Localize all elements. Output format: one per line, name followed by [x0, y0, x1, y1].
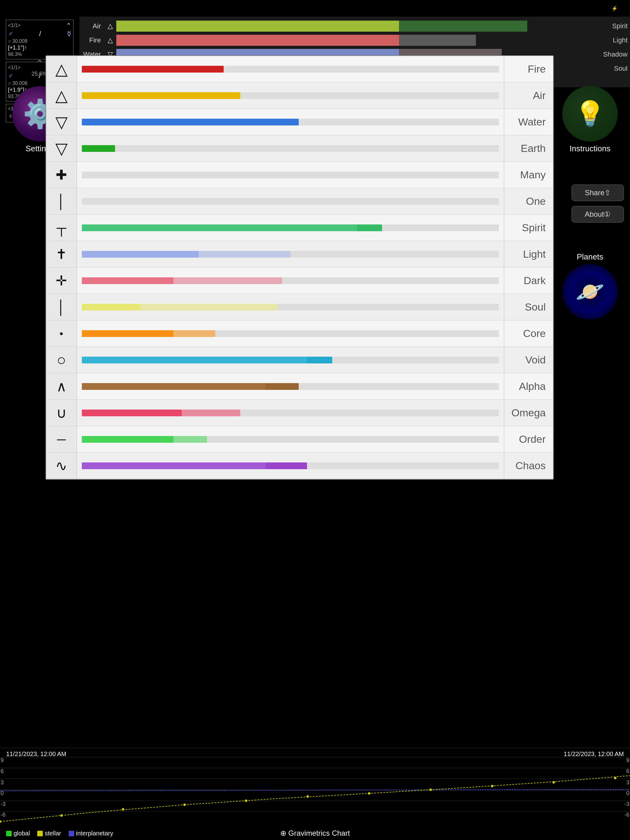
interplanetary-color — [69, 831, 74, 836]
element-row-omega: ∪ Omega — [46, 400, 553, 426]
element-row-one: │ One — [46, 188, 553, 215]
dark-symbol: ✛ — [56, 274, 67, 287]
alpha-name: Alpha — [519, 381, 546, 392]
svg-point-7 — [60, 814, 63, 816]
element-row-core: • Core — [46, 321, 553, 347]
core-symbol: • — [60, 328, 63, 339]
element-row-void: ○ Void — [46, 347, 553, 373]
instructions-label: Instructions — [570, 144, 611, 153]
water-name: Water — [518, 116, 546, 128]
void-symbol: ○ — [57, 352, 66, 368]
planets-label: Planets — [577, 252, 603, 262]
svg-point-6 — [0, 820, 1, 823]
chart-canvas — [0, 748, 630, 828]
chart-legend: global stellar interplanetary — [6, 830, 113, 837]
legend-global: global — [6, 830, 30, 837]
chaos-symbol: ∿ — [55, 459, 67, 473]
alpha-symbol: ∧ — [56, 379, 67, 393]
soul-symbol: │ — [57, 300, 66, 314]
svg-point-8 — [122, 808, 124, 810]
stellar-color — [37, 831, 43, 836]
light-symbol: ✝ — [56, 248, 67, 261]
gravimetrics-svg — [0, 748, 630, 828]
chaos-name: Chaos — [516, 459, 546, 472]
status-bar: 10:24 PM Sat Apr 13 ••• 100% ⚡ — [0, 0, 630, 17]
air-name: Air — [533, 90, 546, 101]
fire-symbol: △ — [55, 61, 68, 77]
earth-name: Earth — [521, 142, 546, 154]
svg-point-11 — [306, 795, 309, 797]
many-name: Many — [520, 169, 546, 181]
void-name: Void — [526, 354, 546, 366]
about-button[interactable]: About① — [571, 206, 624, 223]
element-row-air: △ Air — [46, 82, 553, 109]
instructions-area[interactable]: 💡 Instructions — [556, 86, 624, 153]
element-row-alpha: ∧ Alpha — [46, 373, 553, 400]
battery: 100% ⚡ — [598, 6, 618, 11]
chart-title: ⊕ Gravimetrics Chart — [280, 829, 350, 838]
instructions-icon[interactable]: 💡 — [562, 86, 618, 141]
svg-point-14 — [491, 785, 494, 788]
planets-icon[interactable]: 🪐 — [562, 264, 618, 319]
left-section-1: <1/1> ⌃ ♂ / ☿ ○ 30.008 [+1.1°]↑ 96.3% — [6, 20, 73, 59]
element-row-fire: △ Fire — [46, 56, 553, 82]
fire-name: Fire — [527, 63, 546, 75]
water-symbol: ▽ — [55, 114, 68, 130]
light-name: Light — [523, 248, 546, 260]
air-symbol: △ — [55, 88, 68, 104]
element-row-chaos: ∿ Chaos — [46, 453, 553, 479]
order-name: Order — [519, 433, 546, 445]
omega-symbol: ∪ — [56, 406, 67, 420]
element-row-order: ─ Order — [46, 426, 553, 453]
main-element-panel: △ Fire △ Air ▽ — [46, 55, 554, 480]
legend-stellar: stellar — [37, 830, 61, 837]
svg-point-13 — [429, 788, 432, 791]
soul-name: Soul — [525, 301, 546, 313]
element-row-soul: │ Soul — [46, 294, 553, 321]
scroll-indicator: ⌃ 25.6% — [33, 55, 46, 80]
order-symbol: ─ — [57, 433, 65, 445]
element-row-light: ✝ Light — [46, 241, 553, 267]
chart-row-air: Air △ Spirit — [79, 20, 630, 33]
core-name: Core — [523, 327, 546, 339]
legend-interplanetary: interplanetary — [69, 830, 113, 837]
earth-symbol: ▽ — [55, 141, 68, 156]
spirit-name: Spirit — [522, 222, 546, 234]
battery-icon: ⚡ — [611, 6, 618, 11]
svg-point-12 — [368, 792, 370, 794]
many-symbol: ✚ — [56, 168, 67, 182]
svg-point-16 — [614, 777, 616, 779]
svg-point-9 — [184, 804, 186, 806]
dots: ••• — [325, 6, 330, 11]
chart-row-fire: Fire △ Light — [79, 34, 630, 47]
element-row-earth: ▽ Earth — [46, 135, 553, 162]
element-row-many: ✚ Many — [46, 162, 553, 188]
one-name: One — [526, 195, 546, 207]
one-symbol: │ — [57, 195, 66, 208]
spirit-symbol: ┬ — [57, 221, 66, 235]
svg-point-15 — [552, 781, 555, 784]
bottom-chart: 11/21/2023, 12:00 AM 11/22/2023, 12:00 A… — [0, 748, 630, 840]
dark-name: Dark — [524, 275, 546, 287]
element-row-dark: ✛ Dark — [46, 267, 553, 294]
chevron-up-icon[interactable]: ⌃ — [66, 22, 71, 29]
element-row-water: ▽ Water — [46, 109, 553, 135]
svg-point-10 — [245, 799, 247, 802]
planets-area[interactable]: Planets 🪐 — [556, 252, 624, 319]
element-row-spirit: ┬ Spirit — [46, 215, 553, 241]
right-buttons: Share⇧ About① — [571, 185, 624, 223]
omega-name: Omega — [511, 407, 546, 419]
time-date: 10:24 PM Sat Apr 13 — [12, 6, 58, 11]
global-color — [6, 831, 12, 836]
share-button[interactable]: Share⇧ — [571, 185, 624, 201]
scroll-up-icon[interactable]: ⌃ — [36, 58, 43, 68]
